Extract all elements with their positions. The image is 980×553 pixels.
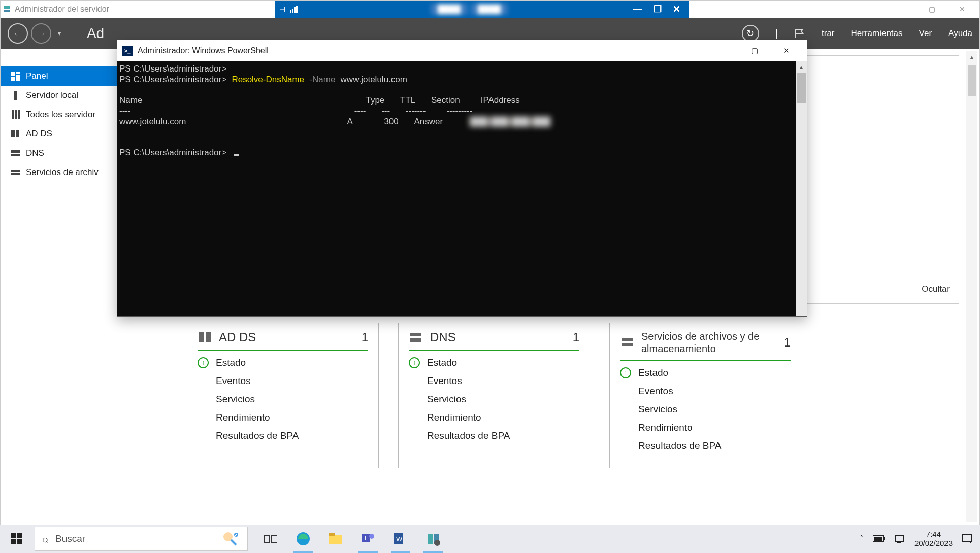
tile-row-servicios[interactable]: Servicios [620, 402, 791, 417]
tile-row-estado[interactable]: ↑Estado [198, 355, 368, 370]
svg-rect-17 [11, 154, 20, 156]
svg-rect-15 [16, 130, 19, 137]
taskbar-app-teams[interactable]: T [352, 525, 384, 553]
svg-rect-11 [12, 110, 14, 119]
menu-administrar[interactable]: trar [822, 28, 835, 39]
status-ok-icon: ↑ [198, 357, 209, 368]
svg-rect-44 [895, 535, 903, 541]
sidebar-item-local-server[interactable]: Servidor local [1, 86, 117, 105]
svg-rect-45 [897, 541, 901, 543]
tray-overflow-icon[interactable]: ˄ [860, 534, 864, 543]
powershell-titlebar[interactable]: >_ Administrador: Windows PowerShell — ▢… [117, 40, 807, 61]
close-button[interactable]: ✕ [947, 1, 977, 18]
taskbar-app-explorer[interactable] [320, 525, 351, 553]
svg-point-35 [369, 534, 374, 539]
sidebar-item-panel[interactable]: Panel [1, 66, 117, 86]
svg-rect-29 [272, 535, 277, 542]
task-view-button[interactable] [255, 525, 286, 553]
scroll-up-arrow[interactable]: ▲ [966, 51, 977, 62]
svg-rect-3 [292, 9, 293, 13]
rdp-connection-bar[interactable]: ⊣ ████ ████ — ❐ ✕ [275, 1, 689, 18]
menu-ayuda[interactable]: Ayuda [948, 28, 972, 39]
tile-row-bpa[interactable]: Resultados de BPA [620, 438, 791, 454]
taskbar-app-server-manager[interactable] [417, 525, 449, 553]
main-scrollbar[interactable]: ▲ [966, 51, 977, 522]
rdp-close-button[interactable]: ✕ [673, 4, 680, 15]
ad-icon [11, 129, 20, 139]
network-icon[interactable] [894, 534, 905, 543]
rdp-host: ████ ████ [305, 4, 633, 15]
sidebar-item-label: Panel [26, 71, 48, 81]
sidebar-item-file-services[interactable]: Servicios de archiv [1, 163, 117, 182]
tile-ad-ds[interactable]: AD DS 1 ↑Estado Eventos Servicios Rendim… [187, 323, 379, 468]
welcome-tile: Ocultar [802, 55, 959, 304]
tile-row-eventos[interactable]: Eventos [409, 373, 579, 389]
tile-row-rendimiento[interactable]: Rendimiento [409, 410, 579, 425]
nav-forward-button[interactable]: → [31, 23, 51, 44]
scroll-up-arrow[interactable]: ▲ [796, 61, 807, 73]
minimize-button[interactable]: — [886, 1, 917, 18]
taskbar-app-word[interactable]: W [385, 525, 416, 553]
ps-close-button[interactable]: ✕ [770, 40, 802, 61]
nav-history-dropdown[interactable]: ▼ [56, 30, 62, 37]
clock[interactable]: 7:44 20/02/2023 [914, 530, 953, 548]
tile-row-bpa[interactable]: Resultados de BPA [409, 428, 579, 443]
dns-icon [409, 330, 423, 344]
battery-icon[interactable] [873, 535, 885, 542]
sidebar-item-ad-ds[interactable]: AD DS [1, 124, 117, 144]
svg-rect-23 [410, 338, 421, 342]
notifications-icon[interactable] [962, 533, 973, 544]
tile-count: 1 [573, 330, 579, 344]
tile-row-rendimiento[interactable]: Rendimiento [198, 410, 368, 425]
tile-row-bpa[interactable]: Resultados de BPA [198, 428, 368, 443]
tile-row-rendimiento[interactable]: Rendimiento [620, 420, 791, 435]
tile-row-servicios[interactable]: Servicios [198, 392, 368, 407]
tile-row-servicios[interactable]: Servicios [409, 392, 579, 407]
powershell-terminal[interactable]: PS C:\Users\administrador> PS C:\Users\a… [117, 61, 807, 316]
cortana-icon[interactable] [220, 529, 240, 549]
ps-minimize-button[interactable]: — [707, 40, 739, 61]
tile-row-eventos[interactable]: Eventos [620, 384, 791, 399]
window-title: Administrador del servidor [15, 5, 109, 14]
cursor [234, 154, 239, 156]
nav-back-button[interactable]: ← [8, 23, 28, 44]
svg-rect-43 [874, 537, 882, 541]
menu-herramientas[interactable]: Herramientas [851, 28, 903, 39]
svg-rect-10 [14, 91, 17, 100]
search-icon: ⌕ [42, 533, 48, 545]
tile-file-services[interactable]: Servicios de archivos y de almacenamient… [609, 323, 801, 468]
svg-rect-32 [329, 533, 335, 536]
taskbar-app-edge[interactable] [287, 525, 319, 553]
svg-rect-13 [18, 110, 20, 119]
taskbar: ⌕ Buscar T W ˄ 7:44 20/02/2023 [0, 525, 980, 553]
taskbar-search[interactable]: ⌕ Buscar [35, 527, 248, 551]
rdp-restore-button[interactable]: ❐ [654, 4, 662, 15]
ocultar-link[interactable]: Ocultar [922, 284, 950, 294]
maximize-button[interactable]: ▢ [917, 1, 947, 18]
tile-row-eventos[interactable]: Eventos [198, 373, 368, 389]
svg-rect-12 [15, 110, 17, 119]
start-button[interactable] [0, 525, 32, 553]
servers-icon [11, 110, 20, 119]
ps-maximize-button[interactable]: ▢ [739, 40, 770, 61]
flag-icon[interactable] [794, 28, 805, 39]
svg-rect-14 [11, 130, 15, 137]
role-tiles: AD DS 1 ↑Estado Eventos Servicios Rendim… [187, 323, 801, 468]
powershell-window[interactable]: >_ Administrador: Windows PowerShell — ▢… [117, 40, 807, 317]
rdp-minimize-button[interactable]: — [633, 4, 642, 15]
status-ok-icon: ↑ [620, 367, 631, 378]
tile-row-estado[interactable]: ↑Estado [409, 355, 579, 370]
pin-icon[interactable]: ⊣ [275, 5, 290, 13]
tile-row-estado[interactable]: ↑Estado [620, 365, 791, 381]
status-ok-icon: ↑ [409, 357, 420, 368]
menu-ver[interactable]: Ver [919, 28, 932, 39]
sidebar-item-dns[interactable]: DNS [1, 144, 117, 163]
scroll-thumb[interactable] [968, 65, 976, 96]
scroll-thumb[interactable] [797, 73, 806, 103]
svg-rect-16 [11, 150, 20, 153]
tile-dns[interactable]: DNS 1 ↑Estado Eventos Servicios Rendimie… [398, 323, 590, 468]
svg-rect-1 [4, 10, 10, 12]
sidebar-item-all-servers[interactable]: Todos los servidor [1, 105, 117, 124]
ps-scrollbar[interactable]: ▲ [796, 61, 807, 316]
files-icon [11, 168, 20, 177]
